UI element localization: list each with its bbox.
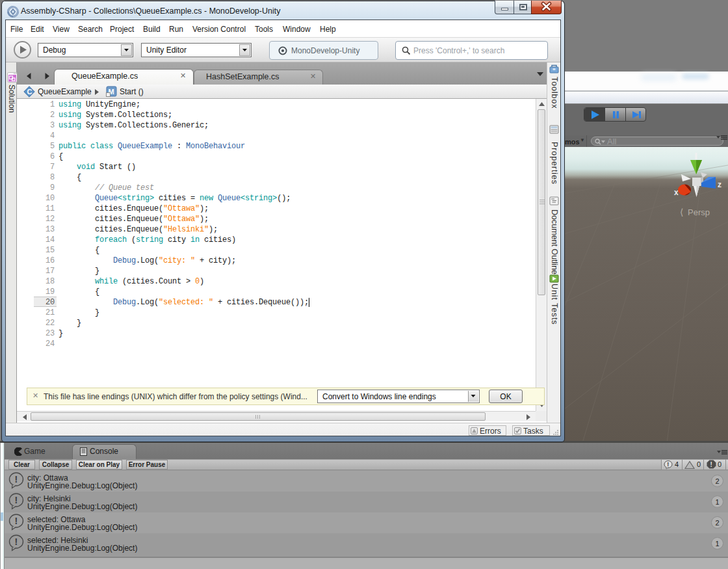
svg-text:x: x <box>674 188 679 197</box>
svg-text:!: ! <box>15 536 18 547</box>
svg-text:!: ! <box>667 461 669 468</box>
svg-text:!: ! <box>15 516 18 526</box>
svg-text:C: C <box>27 88 32 96</box>
svg-text:!: ! <box>710 461 712 468</box>
svg-text:!: ! <box>15 495 18 505</box>
svg-text:z: z <box>718 180 722 189</box>
svg-text:!: ! <box>15 474 18 484</box>
